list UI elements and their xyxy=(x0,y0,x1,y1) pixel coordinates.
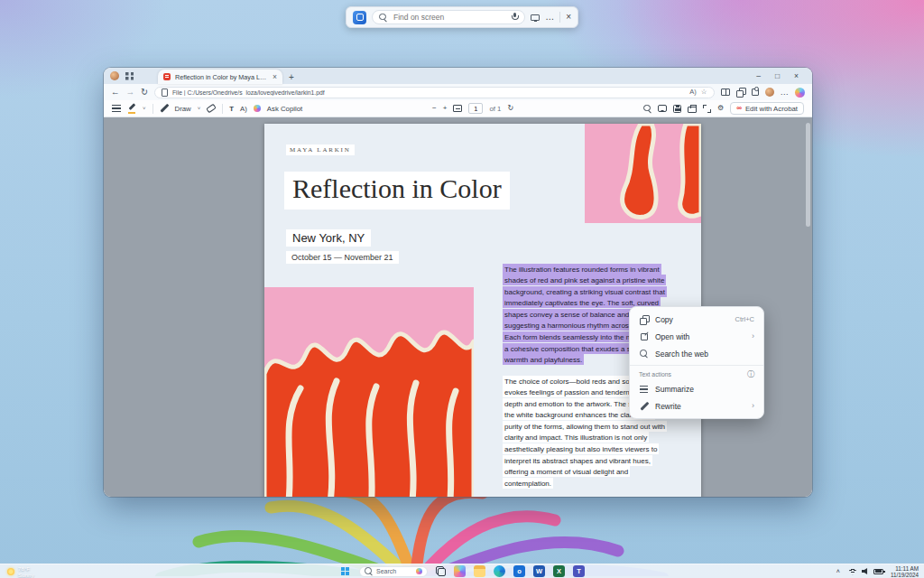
search-icon xyxy=(365,567,373,575)
open-with-icon xyxy=(641,333,648,340)
copilot-spark-icon xyxy=(254,105,261,112)
screen-search-field[interactable] xyxy=(372,10,525,24)
outlook-app-icon[interactable]: o xyxy=(513,565,525,577)
viewer-scrollbar[interactable] xyxy=(806,123,810,227)
menu-item-search-web[interactable]: Search the web xyxy=(630,345,763,362)
edge-app-icon[interactable] xyxy=(494,565,505,577)
task-view-icon[interactable] xyxy=(436,566,446,576)
pdf-toolbar: ˅ Draw ˅ T A) Ask Copilot − + of 1 ↻ ⚙ xyxy=(104,100,812,117)
fit-width-icon[interactable] xyxy=(453,105,462,112)
maximize-button[interactable]: □ xyxy=(768,68,787,84)
zoom-in-icon[interactable]: + xyxy=(443,105,448,112)
submenu-arrow-icon: › xyxy=(752,332,754,340)
window-controls: – □ × xyxy=(749,68,806,84)
sun-icon xyxy=(7,568,14,575)
pdf-icon xyxy=(163,73,171,80)
menu-item-open-with[interactable]: Open with › xyxy=(630,328,763,345)
zoom-out-icon[interactable]: − xyxy=(432,105,437,112)
weather-widget[interactable]: 78°F Sunny xyxy=(7,564,34,578)
split-screen-icon[interactable] xyxy=(721,89,730,96)
collections-icon[interactable] xyxy=(736,88,745,97)
document-author: MAYA LARKIN xyxy=(286,144,355,155)
draw-button[interactable]: Draw xyxy=(175,105,191,113)
document-location: New York, NY xyxy=(286,229,371,247)
start-button[interactable] xyxy=(339,565,351,577)
clock[interactable]: 11:11 AM 11/19/2024 xyxy=(891,565,919,578)
chevron-down-icon[interactable]: ˅ xyxy=(198,106,201,111)
menu-item-copy[interactable]: Copy Ctrl+C xyxy=(630,311,763,328)
document-dates: October 15 — November 21 xyxy=(286,251,399,264)
file-icon xyxy=(162,89,168,97)
menu-section-text-actions: Text actions ⓘ xyxy=(630,368,763,380)
menu-item-rewrite[interactable]: Rewrite › xyxy=(630,397,763,415)
browser-profile-icon[interactable] xyxy=(765,88,774,97)
display-settings-icon[interactable] xyxy=(531,14,540,21)
teams-app-icon[interactable]: T xyxy=(573,565,585,577)
page-number-input[interactable] xyxy=(468,103,483,114)
shortcut-label: Ctrl+C xyxy=(735,315,754,323)
copilot-icon[interactable] xyxy=(795,88,805,98)
profile-avatar[interactable] xyxy=(110,71,119,80)
add-text-icon[interactable]: T xyxy=(229,105,234,113)
draw-pen-icon[interactable] xyxy=(160,104,169,113)
desktop: … × Reflection in Color by Maya Larkin ×… xyxy=(0,0,924,578)
back-button[interactable]: ← xyxy=(111,88,120,97)
find-in-document-icon[interactable] xyxy=(643,105,651,113)
forward-button[interactable]: → xyxy=(126,88,135,97)
weather-condition: Sunny xyxy=(18,572,34,578)
new-tab-button[interactable]: + xyxy=(289,73,294,82)
microphone-icon[interactable] xyxy=(511,13,518,22)
artwork-main xyxy=(264,287,474,497)
more-options-icon[interactable]: … xyxy=(545,13,554,22)
rotate-icon[interactable]: ↻ xyxy=(507,105,513,112)
favorites-star-icon[interactable]: ☆ xyxy=(701,89,707,96)
context-menu: Copy Ctrl+C Open with › Search the web T… xyxy=(629,306,764,419)
taskbar-search[interactable]: Search xyxy=(359,566,428,577)
tray-date: 11/19/2024 xyxy=(891,572,919,578)
tab-actions-icon[interactable] xyxy=(125,72,134,80)
settings-gear-icon[interactable]: ⚙ xyxy=(717,105,724,112)
info-icon[interactable]: ⓘ xyxy=(747,371,754,378)
excel-app-icon[interactable]: X xyxy=(553,565,565,577)
toc-menu-icon[interactable] xyxy=(112,105,121,112)
comment-icon[interactable] xyxy=(658,105,667,112)
window-close-button[interactable]: × xyxy=(787,68,806,84)
wallpaper-bloom xyxy=(135,486,713,576)
divider xyxy=(222,104,223,114)
fullscreen-icon[interactable] xyxy=(703,105,711,113)
browser-titlebar: Reflection in Color by Maya Larkin × + –… xyxy=(104,68,812,84)
read-aloud-icon[interactable]: A) xyxy=(689,89,697,96)
eraser-icon[interactable] xyxy=(206,104,217,114)
refresh-button[interactable]: ↻ xyxy=(141,88,148,97)
search-icon xyxy=(379,14,387,22)
acrobat-icon: ∞ xyxy=(736,105,742,112)
address-bar[interactable]: File | C:/Users/Onedrive/s_loza/lovegive… xyxy=(154,87,715,98)
chevron-down-icon[interactable]: ˅ xyxy=(143,106,146,111)
hidden-icons-chevron[interactable]: ˄ xyxy=(836,568,840,574)
print-icon[interactable] xyxy=(688,107,697,113)
file-explorer-icon[interactable] xyxy=(474,565,485,577)
extensions-puzzle-icon[interactable] xyxy=(752,89,759,96)
word-app-icon[interactable]: W xyxy=(533,565,545,577)
save-icon[interactable] xyxy=(673,105,681,113)
browser-tab[interactable]: Reflection in Color by Maya Larkin × xyxy=(158,70,282,84)
close-icon[interactable]: × xyxy=(566,13,571,22)
edit-with-acrobat-button[interactable]: ∞ Edit with Acrobat xyxy=(730,102,804,115)
tab-title: Reflection in Color by Maya Larkin xyxy=(175,73,268,81)
tab-close-icon[interactable]: × xyxy=(273,73,277,81)
ask-copilot-button[interactable]: Ask Copilot xyxy=(267,105,302,113)
read-aloud-icon[interactable]: A) xyxy=(240,105,247,113)
pdf-viewer[interactable]: MAYA LARKIN Reflection in Color New York… xyxy=(104,117,812,497)
weather-temp: 78°F xyxy=(18,565,30,572)
highlighter-icon[interactable] xyxy=(127,104,136,114)
screen-search-input[interactable] xyxy=(392,12,506,23)
summarize-icon xyxy=(640,386,648,393)
tray-time: 11:11 AM xyxy=(895,565,919,572)
minimize-button[interactable]: – xyxy=(749,68,768,84)
copilot-app-icon[interactable] xyxy=(454,565,466,577)
menu-item-summarize[interactable]: Summarize xyxy=(630,380,763,397)
tray-status-icons[interactable] xyxy=(847,568,883,575)
search-icon xyxy=(640,350,648,358)
settings-more-icon[interactable]: … xyxy=(781,88,790,97)
browser-navbar: ← → ↻ File | C:/Users/Onedrive/s_loza/lo… xyxy=(104,84,812,100)
